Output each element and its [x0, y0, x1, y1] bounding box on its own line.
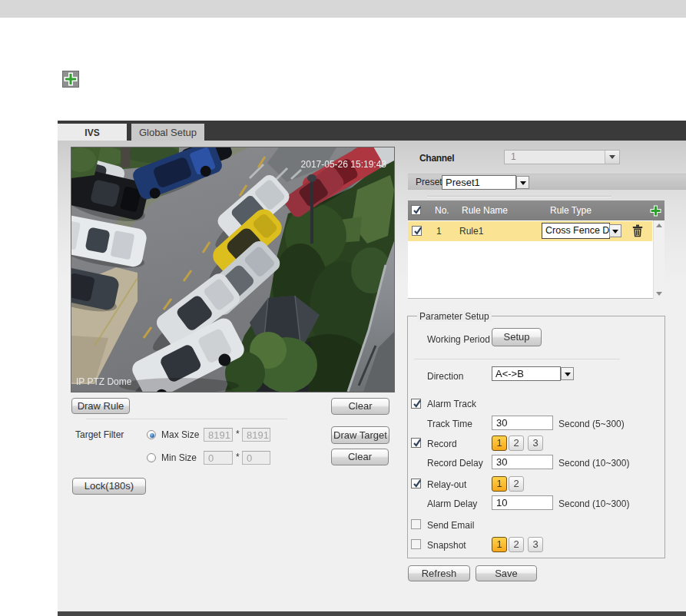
svg-text:2017-05-26 15:19:43: 2017-05-26 15:19:43: [301, 159, 387, 170]
svg-text:IP PTZ Dome: IP PTZ Dome: [76, 376, 132, 387]
